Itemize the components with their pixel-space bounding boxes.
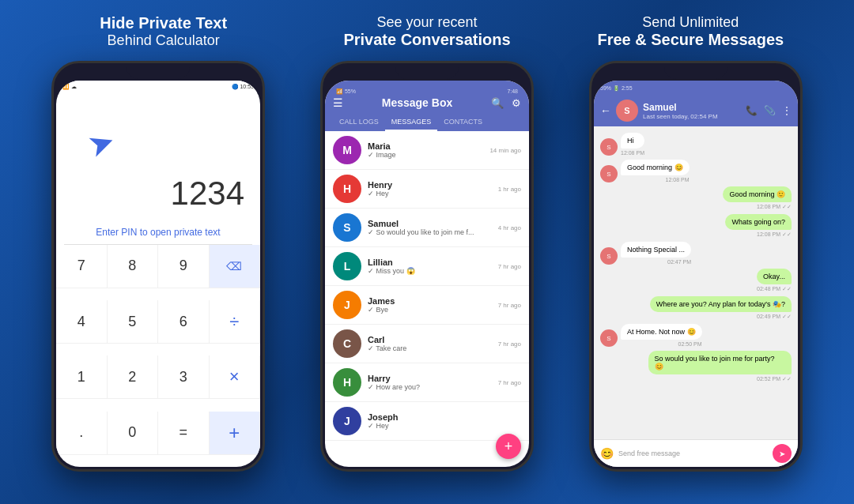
avatar-joseph: J [333,407,361,435]
calc-btn-divide[interactable]: ÷ [210,300,261,344]
hamburger-icon[interactable]: ☰ [333,96,343,109]
calc-status-bar: 📶 ☁ 🔵 10:53 [56,81,260,93]
bubble-gm-sent: Good morning 🙂 [723,186,792,202]
phone-3-screen: 59% 🔋 2:55 ← S Samuel Last seen today, 0… [594,81,798,467]
chat-msg-home: S At Home. Not now 😊 02:50 PM [600,324,702,347]
chat-send-button[interactable]: ➤ [773,444,792,463]
msg-preview-samuel: ✓ So would you like to join me f... [368,228,498,236]
msg-item-james[interactable]: J James ✓ Bye 7 hr ago [325,286,529,325]
msg-content-harry: Harry ✓ How are you? [368,374,498,391]
calc-btn-6[interactable]: 6 [158,300,210,344]
messages-screen: 📶 55% 7:48 ☰ Message Box 🔍 ⚙ CALL LOGS M [325,81,529,467]
calc-btn-plus[interactable]: + [210,412,261,455]
time-gm-sent: 12:08 PM ✓✓ [723,204,792,210]
header-3-line2: Free & Secure Messages [572,31,809,49]
chat-messages-list: S Hi 12:08 PM S Good morning 😊 12:08 PM [594,126,798,439]
msg-item-joseph[interactable]: J Joseph ✓ Hey [325,402,529,441]
avatar-james: J [333,291,361,319]
chat-msg-okay: Okay... 02:48 PM ✓✓ [757,269,792,292]
phone-2-frame: 📶 55% 7:48 ☰ Message Box 🔍 ⚙ CALL LOGS M [320,61,534,472]
msg-item-carl[interactable]: C Carl ✓ Take care 7 hr ago [325,325,529,363]
tab-messages[interactable]: MESSAGES [385,114,438,131]
chat-msg-where: Where are you? Any plan for today's 🎭? 0… [650,296,792,320]
phones-row: 📶 ☁ 🔵 10:53 ➤ 1234 Enter PIN to open pri… [0,61,854,472]
calc-btn-7[interactable]: 7 [56,245,108,288]
msg-status-right: 7:48 [507,88,518,95]
msg-preview-harry: ✓ How are you? [368,383,498,391]
calc-btn-equals[interactable]: = [158,412,210,455]
tab-call-logs[interactable]: CALL LOGS [333,114,385,131]
msg-name-samuel: Samuel [368,219,498,228]
msg-item-lillian[interactable]: L Lillian ✓ Miss you 😱 7 hr ago [325,247,529,286]
bubble-party: So would you like to join me for party? … [648,351,792,374]
more-icon[interactable]: ⋮ [782,105,792,116]
calc-pin-text: Enter PIN to open private text [56,220,260,244]
calc-btn-3[interactable]: 3 [158,355,210,399]
chat-msg-party: So would you like to join me for party? … [648,351,792,382]
msg-content-maria: Maria ✓ Image [368,141,489,159]
search-icon[interactable]: 🔍 [491,97,504,109]
phone-2-screen: 📶 55% 7:48 ☰ Message Box 🔍 ⚙ CALL LOGS M [325,81,529,467]
phone-1-frame: 📶 ☁ 🔵 10:53 ➤ 1234 Enter PIN to open pri… [51,61,265,472]
attach-icon[interactable]: 📎 [764,105,776,116]
messages-tabs: CALL LOGS MESSAGES CONTACTS [333,114,521,131]
time-okay: 02:48 PM ✓✓ [757,286,792,292]
calc-btn-9[interactable]: 9 [158,245,210,288]
header-1-line2: Behind Calculator [45,32,282,49]
tab-contacts[interactable]: CONTACTS [437,114,489,131]
calc-btn-multiply[interactable]: × [210,355,261,399]
phone-3-frame: 59% 🔋 2:55 ← S Samuel Last seen today, 0… [589,61,803,472]
chat-screen: 59% 🔋 2:55 ← S Samuel Last seen today, 0… [594,81,798,467]
chat-header-info: Samuel Last seen today, 02:54 PM [643,102,741,120]
bubble-home: At Home. Not now 😊 [621,324,702,340]
bubble-gm-received: Good morning 😊 [621,160,690,175]
msg-name-joseph: Joseph [368,412,521,422]
header-block-2: See your recent Private Conversations [308,14,546,49]
calc-btn-1[interactable]: 1 [56,355,108,399]
calc-buttons: 7 8 9 ⌫ 4 5 6 ÷ 1 2 3 × . 0 = + [56,245,260,467]
msg-name-carl: Carl [368,335,498,344]
chat-header: 59% 🔋 2:55 [594,81,798,96]
calc-btn-dot[interactable]: . [56,412,108,455]
chat-contact-status: Last seen today, 02:54 PM [643,113,741,120]
chat-status-left: 59% 🔋 2:55 [600,85,633,92]
header-1-line1: Hide Private Text [45,14,282,32]
calc-btn-backspace[interactable]: ⌫ [210,245,261,288]
msg-name-maria: Maria [368,141,489,151]
bubble-okay: Okay... [757,269,792,284]
bubble-hi: Hi [621,133,644,149]
calc-btn-2[interactable]: 2 [108,355,159,399]
avatar-harry: H [333,368,361,397]
calc-btn-4[interactable]: 4 [56,300,108,344]
fab-add-contact[interactable]: + [496,434,521,459]
messages-title: Message Box [382,96,452,109]
chat-msg-nothing: S Nothing Special ... 02:47 PM [600,242,691,265]
msg-time-henry: 1 hr ago [498,186,521,193]
msg-preview-henry: ✓ Hey [368,190,498,197]
calc-btn-8[interactable]: 8 [108,245,159,288]
msg-item-harry[interactable]: H Harry ✓ How are you? 7 hr ago [325,363,529,402]
calc-btn-5[interactable]: 5 [108,300,159,344]
msg-item-samuel[interactable]: S Samuel ✓ So would you like to join me … [325,209,529,247]
emoji-icon[interactable]: 😊 [600,447,614,460]
chat-input-field[interactable]: Send free message [618,449,768,457]
calc-btn-0[interactable]: 0 [108,412,159,455]
settings-icon[interactable]: ⚙ [512,97,521,109]
msg-name-harry: Harry [368,374,498,383]
time-party: 02:52 PM ✓✓ [648,376,792,382]
back-icon[interactable]: ← [600,104,611,117]
msg-preview-joseph: ✓ Hey [368,422,521,430]
msg-item-maria[interactable]: M Maria ✓ Image 14 min ago [325,131,529,170]
msg-item-henry[interactable]: H Henry ✓ Hey 1 hr ago [325,170,529,209]
avatar-carl: C [333,329,361,358]
msg-content-henry: Henry ✓ Hey [368,180,498,197]
small-avatar-2: S [600,165,618,182]
phone-icon[interactable]: 📞 [746,105,758,116]
bubble-nothing: Nothing Special ... [621,242,691,258]
time-nothing: 02:47 PM [621,259,691,265]
msg-time-harry: 7 hr ago [498,379,521,386]
msg-preview-james: ✓ Bye [368,306,498,314]
chat-msg-hi: S Hi 12:08 PM [600,133,644,156]
header-2-line2: Private Conversations [308,31,546,49]
time-hi: 12:08 PM [621,150,644,156]
